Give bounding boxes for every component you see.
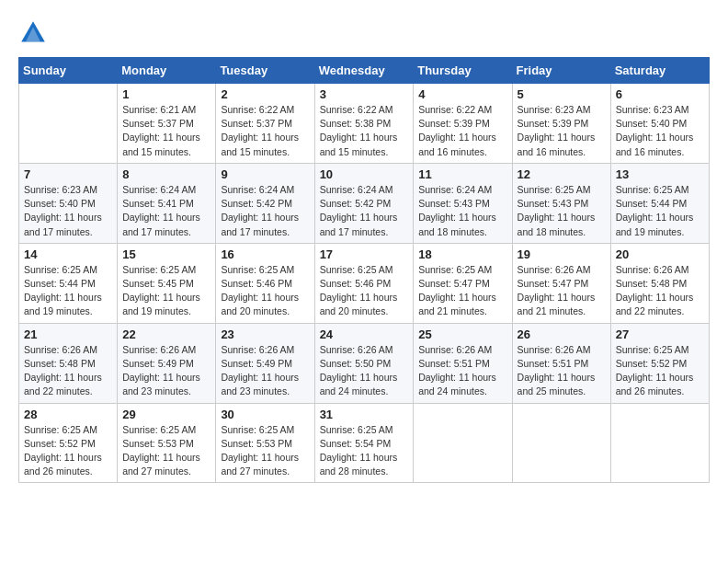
day-number: 31	[320, 408, 409, 421]
day-number: 15	[122, 247, 210, 261]
day-info: Sunrise: 6:23 AM Sunset: 5:39 PM Dayligh…	[518, 103, 606, 159]
calendar-cell: 12Sunrise: 6:25 AM Sunset: 5:43 PM Dayli…	[512, 163, 610, 243]
day-info: Sunrise: 6:22 AM Sunset: 5:38 PM Dayligh…	[320, 103, 409, 159]
calendar-cell: 26Sunrise: 6:26 AM Sunset: 5:51 PM Dayli…	[512, 323, 610, 403]
weekday-header-wednesday: Wednesday	[314, 58, 414, 84]
day-info: Sunrise: 6:25 AM Sunset: 5:46 PM Dayligh…	[320, 263, 409, 319]
day-number: 28	[24, 408, 112, 421]
weekday-header-monday: Monday	[118, 58, 216, 84]
calendar-cell: 10Sunrise: 6:24 AM Sunset: 5:42 PM Dayli…	[314, 163, 414, 243]
day-info: Sunrise: 6:24 AM Sunset: 5:43 PM Dayligh…	[418, 183, 506, 239]
calendar-cell: 1Sunrise: 6:21 AM Sunset: 5:37 PM Daylig…	[118, 84, 216, 164]
day-number: 29	[122, 408, 210, 421]
day-info: Sunrise: 6:25 AM Sunset: 5:53 PM Dayligh…	[122, 423, 210, 479]
week-row-1: 1Sunrise: 6:21 AM Sunset: 5:37 PM Daylig…	[19, 84, 710, 164]
weekday-header-saturday: Saturday	[610, 58, 709, 84]
week-row-4: 21Sunrise: 6:26 AM Sunset: 5:48 PM Dayli…	[19, 323, 710, 403]
day-number: 16	[221, 247, 309, 261]
calendar-cell: 27Sunrise: 6:25 AM Sunset: 5:52 PM Dayli…	[610, 323, 709, 403]
day-number: 2	[221, 87, 309, 101]
calendar-cell: 31Sunrise: 6:25 AM Sunset: 5:54 PM Dayli…	[314, 403, 414, 483]
calendar-cell: 30Sunrise: 6:25 AM Sunset: 5:53 PM Dayli…	[216, 403, 314, 483]
weekday-header-tuesday: Tuesday	[216, 58, 314, 84]
day-number: 10	[320, 167, 409, 181]
calendar-cell: 23Sunrise: 6:26 AM Sunset: 5:49 PM Dayli…	[216, 323, 314, 403]
day-number: 6	[616, 87, 704, 101]
calendar-cell: 19Sunrise: 6:26 AM Sunset: 5:47 PM Dayli…	[512, 243, 610, 323]
day-info: Sunrise: 6:26 AM Sunset: 5:51 PM Dayligh…	[418, 343, 506, 399]
day-number: 20	[616, 247, 704, 261]
day-info: Sunrise: 6:23 AM Sunset: 5:40 PM Dayligh…	[24, 183, 112, 239]
calendar-cell: 6Sunrise: 6:23 AM Sunset: 5:40 PM Daylig…	[610, 84, 709, 164]
day-info: Sunrise: 6:26 AM Sunset: 5:49 PM Dayligh…	[221, 343, 309, 399]
logo-icon	[18, 18, 48, 48]
week-row-3: 14Sunrise: 6:25 AM Sunset: 5:44 PM Dayli…	[19, 243, 710, 323]
day-info: Sunrise: 6:22 AM Sunset: 5:37 PM Dayligh…	[221, 103, 309, 159]
calendar-cell: 20Sunrise: 6:26 AM Sunset: 5:48 PM Dayli…	[610, 243, 709, 323]
day-number: 14	[24, 247, 112, 261]
day-info: Sunrise: 6:25 AM Sunset: 5:52 PM Dayligh…	[24, 423, 112, 479]
calendar-cell: 25Sunrise: 6:26 AM Sunset: 5:51 PM Dayli…	[414, 323, 512, 403]
day-number: 3	[320, 87, 409, 101]
day-number: 24	[320, 327, 409, 341]
day-info: Sunrise: 6:23 AM Sunset: 5:40 PM Dayligh…	[616, 103, 704, 159]
day-number: 8	[122, 167, 210, 181]
calendar-cell: 3Sunrise: 6:22 AM Sunset: 5:38 PM Daylig…	[314, 84, 414, 164]
day-info: Sunrise: 6:24 AM Sunset: 5:42 PM Dayligh…	[221, 183, 309, 239]
calendar-cell: 22Sunrise: 6:26 AM Sunset: 5:49 PM Dayli…	[118, 323, 216, 403]
calendar-cell: 9Sunrise: 6:24 AM Sunset: 5:42 PM Daylig…	[216, 163, 314, 243]
calendar-cell: 17Sunrise: 6:25 AM Sunset: 5:46 PM Dayli…	[314, 243, 414, 323]
weekday-header-sunday: Sunday	[19, 58, 118, 84]
weekday-header-thursday: Thursday	[414, 58, 512, 84]
logo	[18, 18, 51, 48]
day-info: Sunrise: 6:26 AM Sunset: 5:50 PM Dayligh…	[320, 343, 409, 399]
day-number: 1	[122, 87, 210, 101]
calendar-cell: 7Sunrise: 6:23 AM Sunset: 5:40 PM Daylig…	[19, 163, 118, 243]
day-info: Sunrise: 6:25 AM Sunset: 5:47 PM Dayligh…	[418, 263, 506, 319]
day-number: 19	[518, 247, 606, 261]
week-row-2: 7Sunrise: 6:23 AM Sunset: 5:40 PM Daylig…	[19, 163, 710, 243]
day-info: Sunrise: 6:22 AM Sunset: 5:39 PM Dayligh…	[418, 103, 506, 159]
week-row-5: 28Sunrise: 6:25 AM Sunset: 5:52 PM Dayli…	[19, 403, 710, 483]
day-number: 4	[418, 87, 506, 101]
day-number: 22	[122, 327, 210, 341]
day-info: Sunrise: 6:25 AM Sunset: 5:46 PM Dayligh…	[221, 263, 309, 319]
calendar-cell: 13Sunrise: 6:25 AM Sunset: 5:44 PM Dayli…	[610, 163, 709, 243]
calendar-cell	[512, 403, 610, 483]
day-number: 12	[518, 167, 606, 181]
calendar-cell	[414, 403, 512, 483]
calendar-cell: 24Sunrise: 6:26 AM Sunset: 5:50 PM Dayli…	[314, 323, 414, 403]
day-info: Sunrise: 6:25 AM Sunset: 5:44 PM Dayligh…	[616, 183, 704, 239]
day-number: 21	[24, 327, 112, 341]
weekday-header-friday: Friday	[512, 58, 610, 84]
calendar-cell: 11Sunrise: 6:24 AM Sunset: 5:43 PM Dayli…	[414, 163, 512, 243]
day-number: 23	[221, 327, 309, 341]
day-info: Sunrise: 6:26 AM Sunset: 5:51 PM Dayligh…	[518, 343, 606, 399]
day-number: 30	[221, 408, 309, 421]
day-number: 27	[616, 327, 704, 341]
day-info: Sunrise: 6:25 AM Sunset: 5:44 PM Dayligh…	[24, 263, 112, 319]
calendar-cell: 4Sunrise: 6:22 AM Sunset: 5:39 PM Daylig…	[414, 84, 512, 164]
calendar-cell: 28Sunrise: 6:25 AM Sunset: 5:52 PM Dayli…	[19, 403, 118, 483]
day-info: Sunrise: 6:25 AM Sunset: 5:54 PM Dayligh…	[320, 423, 409, 479]
day-info: Sunrise: 6:25 AM Sunset: 5:52 PM Dayligh…	[616, 343, 704, 399]
day-info: Sunrise: 6:26 AM Sunset: 5:48 PM Dayligh…	[24, 343, 112, 399]
calendar-cell: 8Sunrise: 6:24 AM Sunset: 5:41 PM Daylig…	[118, 163, 216, 243]
day-info: Sunrise: 6:24 AM Sunset: 5:42 PM Dayligh…	[320, 183, 409, 239]
calendar-cell	[19, 84, 118, 164]
calendar-cell: 15Sunrise: 6:25 AM Sunset: 5:45 PM Dayli…	[118, 243, 216, 323]
day-info: Sunrise: 6:26 AM Sunset: 5:48 PM Dayligh…	[616, 263, 704, 319]
day-info: Sunrise: 6:24 AM Sunset: 5:41 PM Dayligh…	[122, 183, 210, 239]
day-number: 18	[418, 247, 506, 261]
day-number: 7	[24, 167, 112, 181]
calendar-cell	[610, 403, 709, 483]
day-number: 5	[518, 87, 606, 101]
day-number: 26	[518, 327, 606, 341]
day-number: 17	[320, 247, 409, 261]
calendar-cell: 29Sunrise: 6:25 AM Sunset: 5:53 PM Dayli…	[118, 403, 216, 483]
page-header	[18, 18, 710, 48]
calendar-cell: 16Sunrise: 6:25 AM Sunset: 5:46 PM Dayli…	[216, 243, 314, 323]
day-number: 11	[418, 167, 506, 181]
day-number: 13	[616, 167, 704, 181]
calendar-cell: 18Sunrise: 6:25 AM Sunset: 5:47 PM Dayli…	[414, 243, 512, 323]
